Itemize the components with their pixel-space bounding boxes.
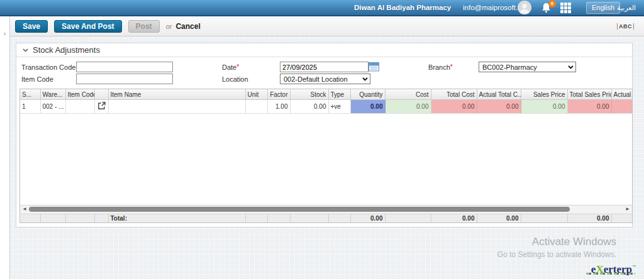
toolbar: Save Save And Post Post or Cancel ABC <box>10 16 644 36</box>
cell-factor[interactable]: 1.00 <box>267 100 290 114</box>
item-code-label: Item Code <box>21 75 53 83</box>
page-title: Stock Adjustments <box>33 45 100 55</box>
col-header-open <box>94 89 108 100</box>
location-label: Location <box>222 75 248 83</box>
branch-label: Branch* <box>428 63 453 71</box>
grid-total-table: Total:0.000.000.000.00 <box>20 214 633 222</box>
total-item_code <box>65 214 94 222</box>
grid-empty-area <box>20 114 632 205</box>
col-header-actual_total_cost: Actual Total C... <box>477 89 521 100</box>
avatar[interactable] <box>518 1 531 14</box>
scroll-left-icon[interactable]: ◄ <box>22 206 27 212</box>
col-header-total_cost: Total Cost <box>431 89 477 100</box>
total-unit <box>245 214 267 222</box>
date-input[interactable] <box>280 62 369 72</box>
col-header-cost: Cost <box>385 89 431 100</box>
col-header-unit: Unit <box>245 89 267 100</box>
required-asterisk: * <box>236 63 239 70</box>
section-header[interactable]: Stock Adjustments <box>16 43 632 57</box>
total-sales_price <box>521 214 567 222</box>
save-button[interactable]: Save <box>15 20 48 33</box>
total-sno <box>20 214 40 222</box>
location-select[interactable]: 002-Default Location <box>280 74 370 84</box>
cell-unit[interactable] <box>245 100 267 114</box>
notification-count-badge: 0 <box>548 0 556 8</box>
total-item_name: Total: <box>108 214 245 222</box>
total-quantity: 0.00 <box>350 214 385 222</box>
branch-select[interactable]: BC002-Pharmacy <box>479 62 576 72</box>
scroll-right-icon[interactable]: ► <box>625 206 630 212</box>
total-cost <box>385 214 431 222</box>
total-open <box>94 214 108 222</box>
branch-value: BC002-Pharmacy <box>482 63 537 71</box>
cell-cost[interactable]: 0.00 <box>385 100 431 114</box>
cell-total_cost[interactable]: 0.00 <box>431 100 477 114</box>
cell-quantity[interactable]: 0.00 <box>350 100 385 114</box>
location-value: 002-Default Location <box>284 75 348 83</box>
activate-windows-watermark: Activate Windows <box>532 236 616 248</box>
grid-data-row: 1002 - ...1.000.00+ve0.000.000.000.000.0… <box>20 100 632 114</box>
cell-sno[interactable]: 1 <box>20 100 40 114</box>
cell-open[interactable] <box>94 100 108 114</box>
spellcheck-abc-icon[interactable]: ABC <box>617 23 634 30</box>
total-actual_tail <box>611 214 632 222</box>
cell-item_name[interactable] <box>108 100 245 114</box>
total-factor <box>267 214 290 222</box>
calendar-icon[interactable] <box>369 62 379 72</box>
col-header-type: Type <box>328 89 350 100</box>
col-header-item_name: Item Name <box>108 89 245 100</box>
open-item-icon[interactable] <box>97 102 106 110</box>
total-stock <box>290 214 328 222</box>
exerterp-logo: eXerterp™ <box>591 261 636 275</box>
cell-sales_price[interactable]: 0.00 <box>521 100 567 114</box>
activate-windows-subtext: Go to Settings to activate Windows. <box>497 250 616 259</box>
col-header-warehouse: Ware... <box>40 89 65 100</box>
cell-total_sales_price[interactable]: 0.00 <box>567 100 611 114</box>
col-header-stock: Stock <box>290 89 328 100</box>
cell-warehouse[interactable]: 002 - ... <box>40 100 65 114</box>
chevron-down-icon <box>568 65 574 69</box>
required-asterisk: * <box>450 63 453 70</box>
total-actual_total_cost: 0.00 <box>477 214 521 222</box>
person-icon <box>518 1 531 14</box>
transaction-code-input[interactable] <box>76 62 173 72</box>
total-type <box>328 214 350 222</box>
cell-type[interactable]: +ve <box>328 100 350 114</box>
company-name: Diwan Al Badiyah Pharmacy <box>354 4 451 11</box>
total-total_sales_price: 0.00 <box>567 214 611 222</box>
top-bar: Diwan Al Badiyah Pharmacy info@maiprosof… <box>0 0 644 16</box>
date-label: Date* <box>222 63 239 71</box>
horizontal-scrollbar[interactable]: ◄ ► <box>20 205 632 214</box>
col-header-factor: Factor <box>267 89 290 100</box>
total-warehouse <box>40 214 65 222</box>
apps-grid-icon[interactable] <box>560 3 571 13</box>
collapsed-sidebar: › <box>0 16 10 279</box>
language-arabic-button[interactable]: العربية <box>617 4 636 12</box>
item-code-input[interactable] <box>76 74 173 84</box>
save-and-post-button[interactable]: Save And Post <box>54 20 122 33</box>
total-total_cost: 0.00 <box>431 214 477 222</box>
post-button[interactable]: Post <box>128 20 160 33</box>
grid-header-row: S...Ware...Item CodeItem NameUnitFactorS… <box>20 89 632 100</box>
grid-table: S...Ware...Item CodeItem NameUnitFactorS… <box>20 89 633 114</box>
cancel-link[interactable]: Cancel <box>175 22 200 31</box>
col-header-actual_tail: Actual T <box>611 89 632 100</box>
col-header-quantity: Quantity <box>350 89 385 100</box>
col-header-item_code: Item Code <box>65 89 94 100</box>
col-header-sales_price: Sales Price <box>521 89 567 100</box>
header-form: Transaction Code Item Code Date* Locatio… <box>16 57 632 87</box>
scrollbar-thumb[interactable] <box>29 207 570 212</box>
grid-total-row: Total:0.000.000.000.00 <box>20 214 632 222</box>
col-header-sno: S... <box>20 89 40 100</box>
cell-actual_tail[interactable] <box>611 100 632 114</box>
chevron-down-icon <box>362 77 368 81</box>
transaction-code-label: Transaction Code <box>21 63 75 71</box>
language-english-button[interactable]: English <box>586 2 620 14</box>
cell-stock[interactable]: 0.00 <box>290 100 328 114</box>
sidebar-expand-icon[interactable]: › <box>0 30 9 36</box>
items-grid: S...Ware...Item CodeItem NameUnitFactorS… <box>19 89 633 223</box>
col-header-total_sales_price: Total Sales Price <box>567 89 611 100</box>
cell-item_code[interactable] <box>65 100 94 114</box>
cell-actual_total_cost[interactable]: 0.00 <box>477 100 521 114</box>
or-text: or <box>166 23 172 30</box>
